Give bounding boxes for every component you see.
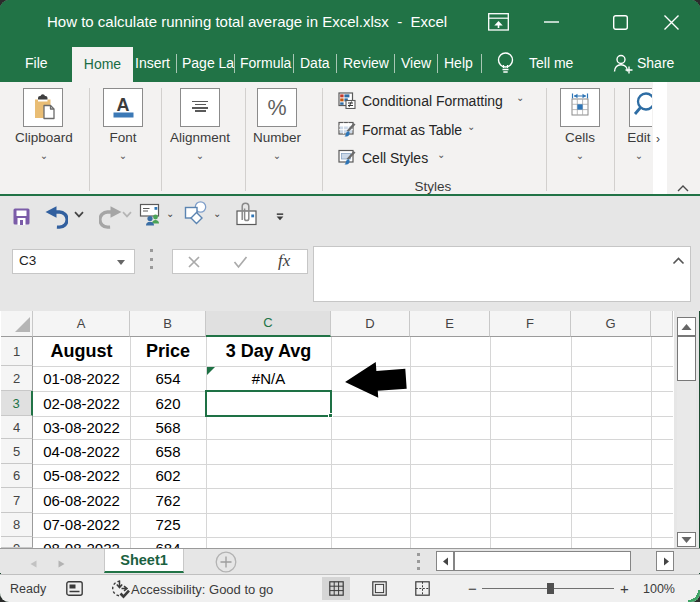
svg-text:A: A	[117, 95, 130, 115]
svg-text:%: %	[267, 96, 286, 120]
